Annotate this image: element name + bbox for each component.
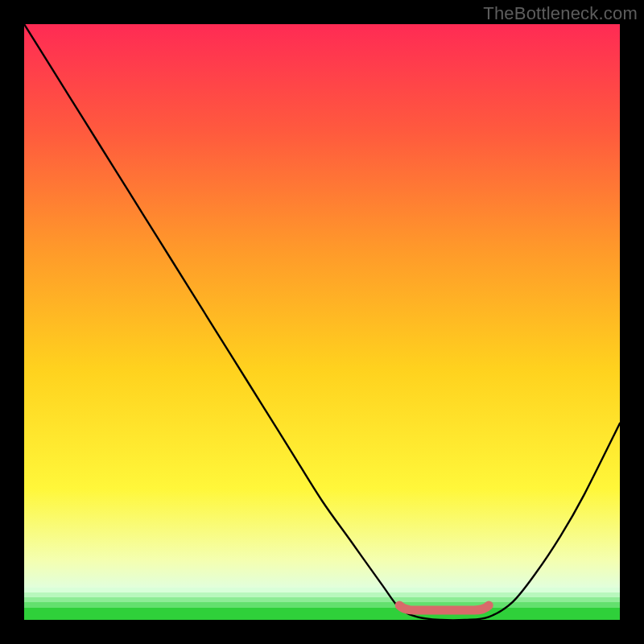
gradient-background [24,24,620,620]
optimal-range-marker [399,605,489,610]
svg-rect-3 [24,602,620,608]
svg-rect-4 [24,608,620,620]
watermark-text: TheBottleneck.com [483,3,638,24]
chart-frame [24,24,620,620]
svg-rect-0 [24,588,620,592]
bottom-stripe-group [24,588,620,620]
chart-svg [24,24,620,620]
svg-rect-2 [24,597,620,602]
svg-rect-1 [24,592,620,597]
